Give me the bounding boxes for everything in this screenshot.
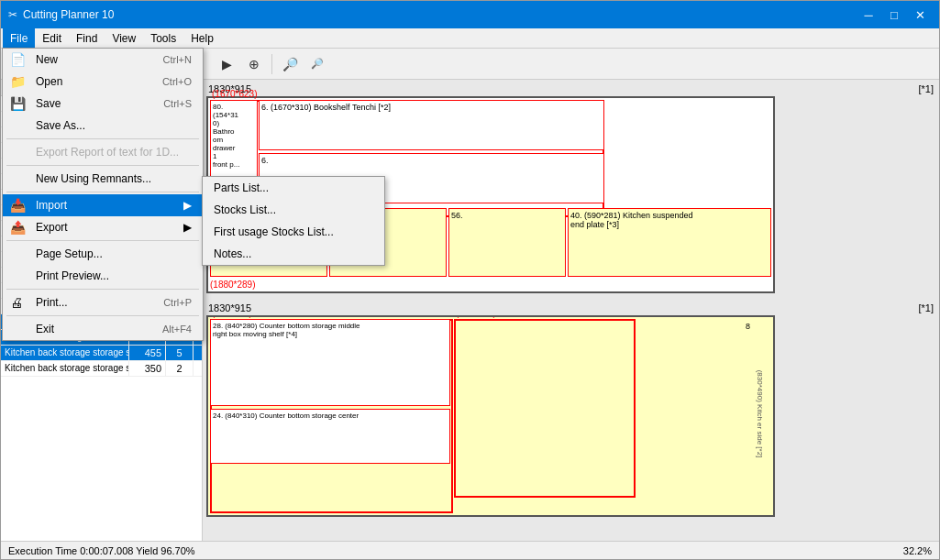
right-panel[interactable]: 1830*915 [*1] (1670*623) 80.(154*310)Bat… xyxy=(203,80,939,541)
file-menu-print[interactable]: 🖨 Print... Ctrl+P xyxy=(3,291,203,313)
file-export-report-label: Export Report of text for 1D... xyxy=(36,146,179,159)
file-menu-saveas[interactable]: Save As... xyxy=(3,115,203,137)
title-bar-left: ✂ Cutting Planner 10 xyxy=(8,8,114,21)
save-icon: 💾 xyxy=(10,96,26,111)
file-save-shortcut: Ctrl+S xyxy=(163,98,192,109)
file-exit-label: Exit xyxy=(36,323,54,335)
file-print-preview-label: Print Preview... xyxy=(36,269,109,282)
menu-bar: File Edit Find View Tools Help xyxy=(1,28,939,49)
file-menu-page-setup[interactable]: Page Setup... xyxy=(3,243,203,265)
file-menu-exit[interactable]: Exit Alt+F4 xyxy=(3,318,203,340)
export-icon: 📤 xyxy=(10,220,26,235)
file-menu-sep4 xyxy=(6,240,199,241)
board2-red-label2: (989*830) xyxy=(456,315,496,318)
file-menu-export-report[interactable]: Export Report of text for 1D... xyxy=(3,141,203,163)
status-execution: Execution Time 0:00:07.008 Yield 96.70% xyxy=(8,545,195,556)
file-menu-print-preview[interactable]: Print Preview... xyxy=(3,265,203,287)
status-zoom: 32.2% xyxy=(903,545,932,556)
zoom-in-button[interactable]: 🔎 xyxy=(277,51,303,77)
file-open-label: Open xyxy=(36,75,62,88)
file-menu-import[interactable]: 📥 Import ▶ xyxy=(3,194,203,216)
file-new-label: New xyxy=(36,53,58,66)
import-arrow: ▶ xyxy=(183,199,192,212)
file-print-shortcut: Ctrl+P xyxy=(163,297,192,308)
row-height: 350 xyxy=(129,361,166,376)
app-icon: ✂ xyxy=(8,8,17,21)
piece-bookshelf1: 6. (1670*310) Bookshelf Tenchi [*2] xyxy=(261,103,391,112)
file-import-label: Import xyxy=(36,199,67,212)
file-page-setup-label: Page Setup... xyxy=(36,247,103,260)
menu-tools[interactable]: Tools xyxy=(143,28,183,48)
file-menu-open[interactable]: 📁 Open Ctrl+O xyxy=(3,71,203,93)
file-exit-shortcut: Alt+F4 xyxy=(162,324,192,335)
piece-56-2: 56. xyxy=(451,211,463,220)
board1-size-label: 1830*915 xyxy=(208,83,251,94)
board2-right-num: 8 xyxy=(746,322,750,331)
file-menu-sep3 xyxy=(6,192,199,192)
piece-counter-bottom1: 28. (840*280) Counter bottom storage mid… xyxy=(213,322,360,338)
file-menu-new-remnants[interactable]: New Using Remnants... xyxy=(3,168,203,190)
board2-multiplier: [*1] xyxy=(918,302,934,313)
file-menu-sep2 xyxy=(6,165,199,166)
play-button[interactable]: ▶ xyxy=(214,51,239,77)
import-notes[interactable]: Notes... xyxy=(203,243,384,265)
board1-multiplier: [*1] xyxy=(918,83,934,94)
print-icon: 🖨 xyxy=(10,295,23,310)
board2-size-label: 1830*915 xyxy=(208,302,251,313)
piece-kitchen-suspended: 40. (590*281) Kitchen suspendedend plate… xyxy=(570,211,693,229)
export-arrow: ▶ xyxy=(183,221,192,234)
board1-bottom-label: (1880*289) xyxy=(210,280,255,290)
board2-red-label1: (844*915) xyxy=(212,315,252,318)
app-window: ✂ Cutting Planner 10 ─ □ ✕ File Edit Fin… xyxy=(0,0,940,560)
import-submenu: Parts List... Stocks List... First usage… xyxy=(202,176,385,266)
menu-edit[interactable]: Edit xyxy=(35,28,69,48)
file-new-shortcut: Ctrl+N xyxy=(163,54,192,65)
file-open-shortcut: Ctrl+O xyxy=(162,76,192,87)
file-menu-sep1 xyxy=(6,138,199,139)
file-menu-new[interactable]: 📄 New Ctrl+N xyxy=(3,49,203,71)
title-bar: ✂ Cutting Planner 10 ─ □ ✕ xyxy=(1,1,939,28)
row-name: Kitchen back storage storage sh... xyxy=(1,361,129,376)
file-menu-export[interactable]: 📤 Export ▶ xyxy=(3,216,203,238)
menu-find[interactable]: Find xyxy=(69,28,105,48)
piece-bathroom: 80.(154*310)Bathroomdrawer1front p... xyxy=(213,103,255,169)
file-new-remnants-label: New Using Remnants... xyxy=(36,172,151,185)
import-stocks-list[interactable]: Stocks List... xyxy=(203,199,384,221)
new-icon: 📄 xyxy=(10,52,26,67)
row-qty: 5 xyxy=(166,346,194,360)
piece-bookshelf2: 6. xyxy=(261,156,269,165)
file-menu-save[interactable]: 💾 Save Ctrl+S xyxy=(3,93,203,115)
row-qty: 2 xyxy=(166,361,194,376)
file-menu-sep5 xyxy=(6,289,199,290)
minimize-button[interactable]: ─ xyxy=(857,5,880,24)
file-export-label: Export xyxy=(36,221,68,234)
file-menu: 📄 New Ctrl+N 📁 Open Ctrl+O 💾 Save Ctrl+S… xyxy=(2,48,204,341)
import-parts-list[interactable]: Parts List... xyxy=(203,177,384,199)
file-print-label: Print... xyxy=(36,296,68,309)
row-height: 455 xyxy=(129,346,166,360)
open-icon: 📁 xyxy=(10,74,26,89)
close-button[interactable]: ✕ xyxy=(908,5,932,24)
piece-side-label: (830*490) Kitch er side [*2] xyxy=(757,369,765,457)
toolbar-sep-3 xyxy=(271,54,272,74)
table-row[interactable]: Kitchen back storage storage sh... 455 5 xyxy=(1,346,202,361)
table-row[interactable]: Kitchen back storage storage sh... 350 2 xyxy=(1,361,202,377)
piece-counter-bottom2: 24. (840*310) Counter bottom storage cen… xyxy=(213,412,359,420)
menu-file[interactable]: File xyxy=(3,28,35,48)
import-icon: 📥 xyxy=(10,198,26,213)
zoom-out-button[interactable]: 🔎 xyxy=(304,51,330,77)
action-button[interactable]: ⊕ xyxy=(241,51,267,77)
row-name: Kitchen back storage storage sh... xyxy=(1,346,129,360)
menu-view[interactable]: View xyxy=(105,28,143,48)
status-bar: Execution Time 0:00:07.008 Yield 96.70% … xyxy=(1,541,939,559)
menu-help[interactable]: Help xyxy=(183,28,221,48)
import-first-usage[interactable]: First usage Stocks List... xyxy=(203,221,384,243)
maximize-button[interactable]: □ xyxy=(882,5,906,24)
file-menu-sep6 xyxy=(6,315,199,316)
file-save-label: Save xyxy=(36,97,61,110)
file-saveas-label: Save As... xyxy=(36,119,85,132)
window-title: Cutting Planner 10 xyxy=(23,8,114,21)
title-bar-controls: ─ □ ✕ xyxy=(857,5,932,24)
